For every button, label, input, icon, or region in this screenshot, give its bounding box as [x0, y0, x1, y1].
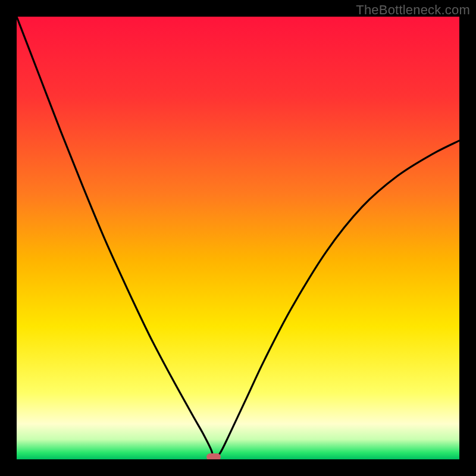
chart-frame: TheBottleneck.com [0, 0, 476, 476]
plot-area [17, 17, 459, 459]
minimum-marker [206, 453, 221, 459]
bottleneck-curve [17, 17, 459, 459]
watermark-text: TheBottleneck.com [356, 2, 470, 18]
